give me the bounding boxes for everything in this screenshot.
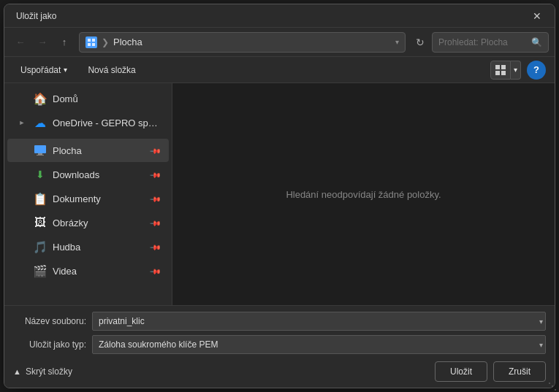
search-input[interactable] [438, 37, 527, 47]
hide-folders-arrow-icon: ▲ [13, 367, 21, 376]
filename-input-container: ▾ [92, 312, 546, 331]
footer-fields: Název souboru: ▾ Uložit jako typ: Záloha… [4, 306, 555, 357]
nav-bar: ← → ↑ ❯ Plocha ▾ ↻ [4, 28, 555, 57]
onedrive-expand-icon: ► [16, 117, 28, 128]
sidebar-label-music: Hudba [53, 242, 145, 253]
sidebar: 🏠 Domů ► ☁ OneDrive - GEPRO spol. s r.o [4, 83, 172, 305]
sidebar-label-onedrive: OneDrive - GEPRO spol. s r.o [53, 118, 160, 128]
sidebar-label-home: Domů [53, 93, 160, 104]
refresh-button[interactable]: ↻ [410, 32, 430, 53]
organize-label: Uspořádat [20, 65, 61, 75]
svg-rect-11 [37, 155, 44, 155]
sidebar-label-desktop: Plocha [53, 145, 145, 156]
sidebar-item-onedrive[interactable]: ► ☁ OneDrive - GEPRO spol. s r.o [7, 111, 169, 134]
footer-buttons: Uložit Zrušit [435, 361, 546, 382]
filename-row: Název souboru: ▾ [13, 312, 546, 331]
close-button[interactable]: ✕ [528, 7, 546, 25]
new-folder-label: Nová složka [88, 65, 135, 75]
svg-rect-9 [34, 145, 46, 153]
desktop-expand-spacer [16, 145, 28, 156]
hide-folders-button[interactable]: ▲ Skrýt složky [13, 366, 72, 377]
new-folder-button[interactable]: Nová složka [80, 61, 142, 80]
forward-button[interactable]: → [32, 32, 53, 53]
main-area: 🏠 Domů ► ☁ OneDrive - GEPRO spol. s r.o [4, 83, 555, 305]
videos-icon: 🎬 [34, 264, 47, 277]
expand-spacer [16, 93, 28, 104]
filename-input[interactable] [92, 312, 546, 331]
sidebar-item-documents[interactable]: 📋 Dokumenty 📌 [7, 187, 169, 210]
cancel-button[interactable]: Zrušit [493, 361, 546, 382]
organize-button[interactable]: Uspořádat ▾ [13, 61, 75, 80]
footer: Název souboru: ▾ Uložit jako typ: Záloha… [4, 305, 555, 388]
onedrive-icon: ☁ [34, 116, 47, 129]
sidebar-label-pictures: Obrázky [53, 218, 145, 228]
sidebar-item-videos[interactable]: 🎬 Videa 📌 [7, 259, 169, 283]
footer-actions: ▲ Skrýt složky Uložit Zrušit [4, 357, 555, 388]
pictures-pin-icon: 📌 [150, 217, 161, 228]
title-bar: Uložit jako ✕ [4, 4, 555, 28]
videos-pin-icon: 📌 [150, 265, 161, 277]
sidebar-item-downloads[interactable]: ⬇ Downloads 📌 [7, 163, 169, 186]
breadcrumb-expand-icon: ▾ [395, 38, 399, 46]
downloads-expand-spacer [16, 169, 28, 180]
hide-folders-label: Skrýt složky [26, 366, 72, 377]
svg-rect-4 [92, 43, 95, 46]
svg-rect-3 [88, 43, 91, 46]
pictures-icon: 🖼 [34, 216, 47, 229]
svg-rect-10 [38, 153, 42, 155]
svg-rect-8 [501, 71, 506, 75]
sidebar-label-documents: Dokumenty [53, 193, 145, 204]
svg-rect-6 [501, 65, 506, 69]
resize-handle[interactable]: ⋱ [548, 381, 554, 387]
dialog-title: Uložit jako [16, 11, 56, 21]
documents-expand-spacer [16, 193, 28, 204]
empty-message: Hledání neodpovídají žádné položky. [286, 189, 441, 200]
content-area: Hledání neodpovídají žádné položky. [172, 83, 555, 305]
search-bar[interactable]: 🔍 [432, 32, 549, 53]
search-icon[interactable]: 🔍 [531, 37, 542, 47]
up-button[interactable]: ↑ [54, 32, 75, 53]
view-mode-button[interactable] [490, 61, 511, 80]
sidebar-item-pictures[interactable]: 🖼 Obrázky 📌 [7, 211, 169, 234]
documents-icon: 📋 [34, 192, 47, 205]
view-controls: ▾ [490, 61, 521, 80]
downloads-pin-icon: 📌 [150, 169, 161, 180]
filetype-label: Uložit jako typ: [13, 339, 86, 350]
documents-pin-icon: 📌 [150, 193, 161, 204]
home-icon: 🏠 [34, 92, 47, 105]
music-expand-spacer [16, 241, 28, 253]
music-icon: 🎵 [34, 240, 47, 253]
sidebar-item-desktop[interactable]: Plocha 📌 [7, 139, 169, 162]
filetype-row: Uložit jako typ: Záloha soukromého klíče… [13, 335, 546, 354]
back-button[interactable]: ← [10, 32, 31, 53]
videos-expand-spacer [16, 265, 28, 277]
sidebar-item-home[interactable]: 🏠 Domů [7, 87, 169, 110]
filetype-select[interactable]: Záloha soukromého klíče PEM [92, 335, 546, 354]
svg-rect-5 [495, 65, 500, 69]
desktop-pin-icon: 📌 [150, 145, 161, 156]
save-dialog: Uložit jako ✕ ← → ↑ ❯ Plo [4, 4, 555, 388]
location-bar[interactable]: ❯ Plocha ▾ [79, 32, 406, 53]
pictures-expand-spacer [16, 217, 28, 228]
svg-rect-2 [92, 39, 95, 42]
svg-rect-7 [495, 71, 500, 75]
filename-label: Název souboru: [13, 316, 86, 326]
desktop-icon [34, 144, 47, 157]
help-button[interactable]: ? [527, 61, 546, 80]
location-icon [85, 36, 97, 48]
save-button[interactable]: Uložit [435, 361, 487, 382]
sidebar-label-downloads: Downloads [53, 169, 145, 180]
sidebar-item-music[interactable]: 🎵 Hudba 📌 [7, 235, 169, 258]
sidebar-label-videos: Videa [53, 266, 145, 277]
downloads-icon: ⬇ [34, 168, 47, 181]
organize-chevron-icon: ▾ [64, 66, 67, 74]
view-mode-dropdown-button[interactable]: ▾ [511, 61, 521, 80]
svg-rect-1 [88, 39, 91, 42]
music-pin-icon: 📌 [150, 241, 161, 253]
toolbar: Uspořádat ▾ Nová složka ▾ ? [4, 57, 555, 83]
current-location: Plocha [113, 36, 142, 47]
filetype-select-container: Záloha soukromého klíče PEM ▾ [92, 335, 546, 354]
